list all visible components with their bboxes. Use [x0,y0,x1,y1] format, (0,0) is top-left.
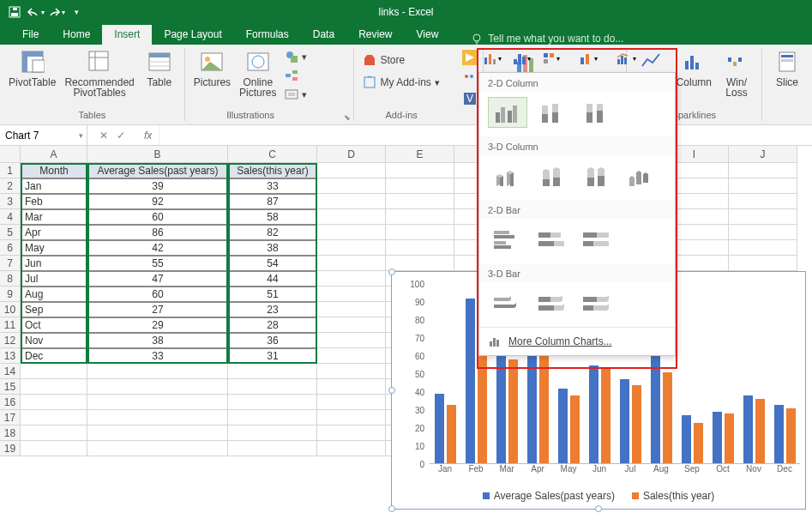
clustered-column-option[interactable] [488,97,527,128]
cell[interactable]: Sales(this year) [228,163,317,178]
sparkline-column-button[interactable]: Column [673,46,715,89]
hierarchy-chart-dropdown[interactable]: ▾ [538,46,562,70]
row-header[interactable]: 14 [0,364,21,379]
recommended-pivottables-button[interactable]: Recommended PivotTables [61,46,137,100]
cell[interactable] [87,441,228,456]
row-header[interactable]: 3 [0,194,21,209]
cell[interactable]: 54 [228,256,317,271]
pivottable-button[interactable]: PivotTable [5,46,59,89]
cell[interactable]: 60 [87,287,228,302]
cell[interactable]: 23 [228,302,317,317]
qat-customize[interactable]: ▾ [67,3,86,21]
cell[interactable]: Jan [21,178,87,194]
cell[interactable]: Oct [21,317,87,333]
cell[interactable] [317,225,386,240]
3d-clustered-bar-option[interactable] [488,287,527,318]
cancel-formula-icon[interactable]: ✕ [99,130,108,142]
cell[interactable]: 36 [228,333,317,348]
slicer-button[interactable]: Slice [767,46,807,89]
3d-column-option[interactable] [622,160,661,191]
cell[interactable] [317,348,386,364]
cell[interactable]: 60 [87,209,228,225]
stacked100-bar-option[interactable] [577,224,617,255]
cell[interactable] [386,240,454,256]
cell[interactable]: Average Sales(past years) [87,163,228,178]
cell[interactable] [386,178,454,194]
cell[interactable]: 33 [87,348,228,364]
column-header[interactable]: E [386,146,454,163]
stacked-column-option[interactable] [532,97,572,128]
cell[interactable]: 28 [228,317,317,333]
cell[interactable] [21,395,87,410]
cell[interactable] [228,364,317,379]
screenshot-button[interactable]: ▾ [281,86,310,103]
cell[interactable]: 33 [228,178,317,194]
cell[interactable]: 38 [87,333,228,348]
cell[interactable] [21,441,87,456]
row-header[interactable]: 7 [0,256,21,271]
cell[interactable] [317,271,386,287]
row-header[interactable]: 4 [0,209,21,225]
cell[interactable] [317,425,386,441]
cell[interactable] [317,209,386,225]
sparkline-winloss-button[interactable]: Win/ Loss [717,46,756,100]
cell[interactable]: 39 [87,178,228,194]
cell[interactable] [386,225,454,240]
cell[interactable] [729,163,797,178]
cell[interactable] [228,379,317,395]
cell[interactable]: 29 [87,317,228,333]
cell[interactable]: Sep [21,302,87,317]
column-header[interactable]: J [729,146,797,163]
tab-home[interactable]: Home [51,25,102,45]
row-header[interactable]: 13 [0,348,21,364]
row-header[interactable]: 19 [0,441,21,456]
cell[interactable]: 86 [87,225,228,240]
column-header[interactable]: D [317,146,386,163]
pictures-button[interactable]: Pictures [190,46,234,89]
row-header[interactable]: 1 [0,163,21,178]
more-column-charts-link[interactable]: More Column Charts... [479,327,675,355]
bar-chart-dropdown[interactable]: ▾ [509,46,533,70]
cell[interactable] [386,256,454,271]
cell[interactable] [729,256,797,271]
cell[interactable] [87,395,228,410]
tab-data[interactable]: Data [301,25,346,45]
cell[interactable]: Aug [21,287,87,302]
cell[interactable] [317,379,386,395]
cell[interactable] [317,194,386,209]
cell[interactable]: 51 [228,287,317,302]
row-header[interactable]: 10 [0,302,21,317]
cell[interactable]: Apr [21,225,87,240]
cell[interactable]: 92 [87,194,228,209]
row-header[interactable]: 2 [0,178,21,194]
row-header[interactable]: 11 [0,317,21,333]
row-header[interactable]: 6 [0,240,21,256]
stacked-bar-option[interactable] [532,224,572,255]
cell[interactable] [87,410,228,425]
cell[interactable] [729,194,797,209]
cell[interactable] [87,364,228,379]
tab-file[interactable]: File [10,25,51,45]
row-header[interactable]: 8 [0,271,21,287]
cell[interactable] [87,425,228,441]
cell[interactable] [317,395,386,410]
store-button[interactable]: Store [359,51,408,69]
cell[interactable]: 44 [228,271,317,287]
row-header[interactable]: 12 [0,333,21,348]
cell[interactable] [729,240,797,256]
cell[interactable] [21,379,87,395]
cell[interactable]: Feb [21,194,87,209]
row-header[interactable]: 16 [0,395,21,410]
cell[interactable]: 47 [87,271,228,287]
3d-stacked-column-option[interactable] [532,160,572,191]
3d-stacked100-bar-option[interactable] [577,287,617,318]
cell[interactable] [317,333,386,348]
cell[interactable] [87,379,228,395]
cell[interactable] [317,240,386,256]
cell[interactable] [228,425,317,441]
cell[interactable] [729,178,797,194]
tab-page-layout[interactable]: Page Layout [152,25,233,45]
shapes-button[interactable]: ▾ [281,48,310,65]
cell[interactable] [21,410,87,425]
column-header[interactable]: C [228,146,317,163]
